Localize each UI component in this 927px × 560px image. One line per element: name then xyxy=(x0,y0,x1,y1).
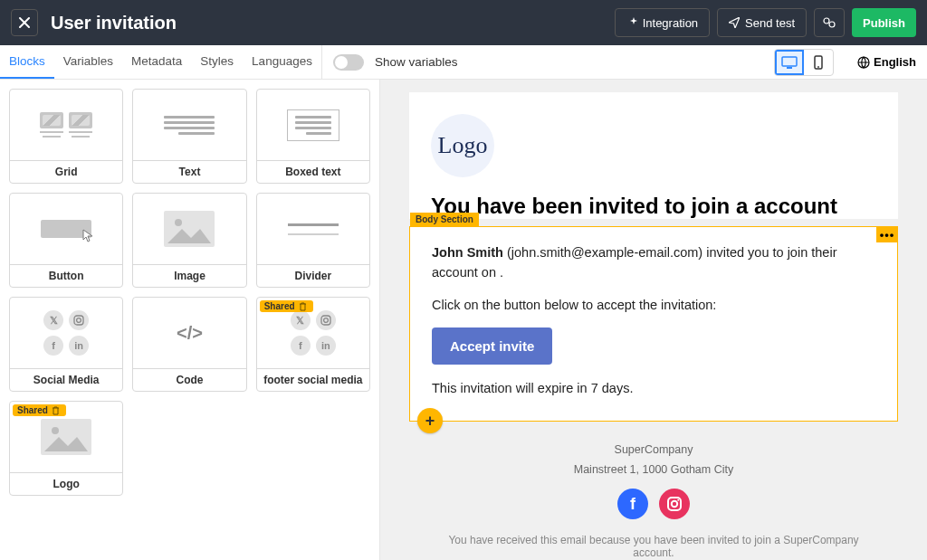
instruction-text: Click on the button below to accept the … xyxy=(432,296,875,316)
block-label: Button xyxy=(10,264,122,287)
invitation-text: John Smith (john.smith@example-email.com… xyxy=(432,243,875,283)
tabs-nav: Blocks Variables Metadata Styles Languag… xyxy=(0,45,321,79)
svg-rect-8 xyxy=(74,316,83,325)
svg-point-5 xyxy=(817,66,819,68)
body-section[interactable]: Body Section ••• John Smith (john.smith@… xyxy=(409,226,898,422)
body-section-content: John Smith (john.smith@example-email.com… xyxy=(410,227,897,421)
wand-icon xyxy=(626,17,637,28)
trash-icon xyxy=(299,302,307,311)
tab-metadata[interactable]: Metadata xyxy=(122,45,191,79)
svg-rect-2 xyxy=(782,57,797,66)
logo-placeholder: Logo xyxy=(431,114,494,177)
block-card-boxed-text[interactable]: Boxed text xyxy=(256,89,370,184)
inviter-name: John Smith xyxy=(432,245,503,260)
email-heading: You have been invited to join a account xyxy=(431,194,876,219)
close-button[interactable] xyxy=(11,9,38,36)
svg-rect-3 xyxy=(787,67,792,69)
block-card-text[interactable]: Text xyxy=(132,89,246,184)
block-label: Grid xyxy=(10,160,122,183)
language-label: English xyxy=(874,55,916,69)
block-preview xyxy=(257,90,369,160)
svg-point-15 xyxy=(677,499,679,501)
block-label: Divider xyxy=(257,264,369,287)
svg-point-11 xyxy=(323,318,328,323)
block-card-footer-social-media[interactable]: Shared𝕏finfooter social media xyxy=(256,297,370,392)
publish-button[interactable]: Publish xyxy=(852,8,916,37)
preview-panel: Logo You have been invited to join a acc… xyxy=(380,80,927,560)
block-preview: 𝕏fin xyxy=(10,298,122,368)
svg-point-7 xyxy=(175,219,182,226)
send-icon xyxy=(729,17,740,28)
svg-point-0 xyxy=(824,18,829,24)
facebook-link[interactable]: f xyxy=(617,489,648,519)
svg-point-1 xyxy=(829,22,835,27)
close-icon xyxy=(19,17,30,28)
tab-languages[interactable]: Languages xyxy=(243,45,321,79)
accept-invite-button[interactable]: Accept invite xyxy=(432,327,552,365)
block-card-image[interactable]: Image xyxy=(132,193,246,288)
desktop-preview-button[interactable] xyxy=(775,50,804,75)
trash-icon xyxy=(52,406,60,415)
block-label: Social Media xyxy=(10,368,122,391)
block-label: Code xyxy=(133,368,245,391)
shared-badge: Shared xyxy=(13,404,66,416)
email-footer: SuperCompany Mainstreet 1, 1000 Gotham C… xyxy=(409,422,898,560)
email-template: Logo You have been invited to join a acc… xyxy=(409,92,898,560)
desktop-icon xyxy=(781,56,798,69)
send-test-label: Send test xyxy=(745,16,795,30)
block-preview: </> xyxy=(133,298,245,368)
tab-blocks[interactable]: Blocks xyxy=(0,45,54,79)
globe-icon xyxy=(857,56,870,69)
shared-badge: Shared xyxy=(260,300,313,312)
page-title: User invitation xyxy=(51,13,607,33)
show-variables-toggle[interactable] xyxy=(333,54,364,71)
gears-icon xyxy=(822,16,836,29)
block-preview xyxy=(133,90,245,160)
mobile-preview-button[interactable] xyxy=(804,50,833,75)
body-section-tag: Body Section xyxy=(410,213,479,226)
footer-address: Mainstreet 1, 1000 Gotham City xyxy=(427,463,880,476)
block-label: Logo xyxy=(10,472,122,495)
instagram-icon xyxy=(666,496,683,512)
blocks-panel: GridTextBoxed textButtonImageDivider𝕏fin… xyxy=(0,80,380,560)
settings-button[interactable] xyxy=(814,8,845,37)
block-label: Boxed text xyxy=(257,160,369,183)
show-variables-label: Show variables xyxy=(375,55,458,69)
block-preview xyxy=(10,90,122,160)
svg-point-9 xyxy=(77,318,81,323)
footer-company: SuperCompany xyxy=(427,443,880,456)
publish-label: Publish xyxy=(863,16,905,30)
footer-note: You have received this email because you… xyxy=(427,534,880,559)
mobile-icon xyxy=(814,55,823,70)
send-test-button[interactable]: Send test xyxy=(717,8,807,37)
block-card-social-media[interactable]: 𝕏finSocial Media xyxy=(9,297,123,392)
expiry-text: This invitation will expire in 7 days. xyxy=(432,379,875,399)
instagram-link[interactable] xyxy=(659,489,690,519)
tool-row: Blocks Variables Metadata Styles Languag… xyxy=(0,45,927,80)
block-label: Image xyxy=(133,264,245,287)
language-picker[interactable]: English xyxy=(857,55,916,69)
footer-social-row: f xyxy=(427,489,880,519)
block-preview xyxy=(257,194,369,264)
toolbar-right: Show variables English xyxy=(321,45,927,79)
block-card-logo[interactable]: SharedLogo xyxy=(9,401,123,496)
facebook-icon: f xyxy=(630,495,636,514)
integration-label: Integration xyxy=(643,16,698,30)
tab-styles[interactable]: Styles xyxy=(191,45,243,79)
main: GridTextBoxed textButtonImageDivider𝕏fin… xyxy=(0,80,927,560)
device-switch xyxy=(774,49,834,76)
block-preview xyxy=(133,194,245,264)
top-bar: User invitation Integration Send test Pu… xyxy=(0,0,927,45)
tab-variables[interactable]: Variables xyxy=(54,45,122,79)
add-block-button[interactable]: + xyxy=(417,408,443,433)
block-card-button[interactable]: Button xyxy=(9,193,123,288)
block-card-divider[interactable]: Divider xyxy=(256,193,370,288)
svg-rect-10 xyxy=(321,316,330,325)
svg-point-12 xyxy=(52,427,59,434)
svg-point-14 xyxy=(672,501,677,507)
body-section-more-button[interactable]: ••• xyxy=(876,226,898,242)
block-card-grid[interactable]: Grid xyxy=(9,89,123,184)
integration-button[interactable]: Integration xyxy=(615,8,710,37)
block-card-code[interactable]: </>Code xyxy=(132,297,246,392)
blocks-grid: GridTextBoxed textButtonImageDivider𝕏fin… xyxy=(9,89,370,496)
